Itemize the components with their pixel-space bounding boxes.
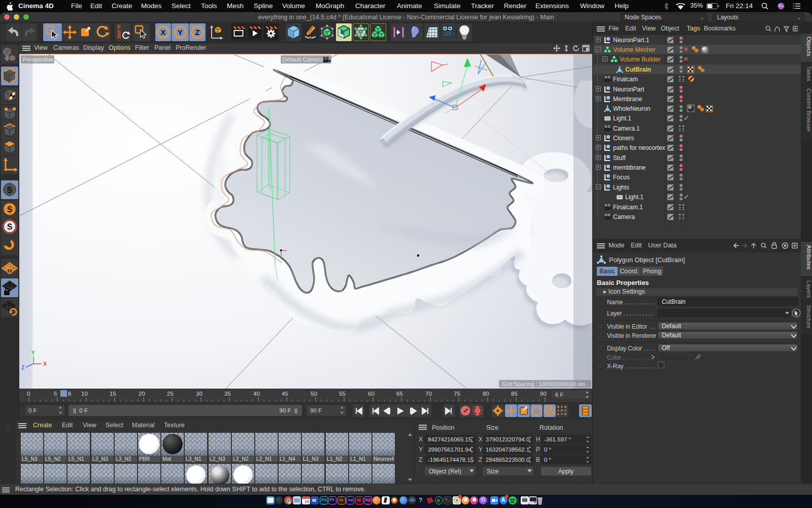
svg-text:0 °: 0 ° — [544, 447, 551, 453]
svg-text:Size: Size — [487, 468, 499, 475]
svg-text:H: H — [536, 436, 540, 443]
svg-text:0 °: 0 ° — [544, 457, 551, 463]
svg-text:P: P — [536, 446, 540, 453]
svg-text:P: P — [548, 407, 552, 415]
svg-text:B: B — [536, 456, 540, 463]
svg-text:6: 6 — [68, 391, 71, 397]
svg-text:379012320794.0: 379012320794.0 — [486, 436, 529, 442]
svg-text:Z: Z — [195, 28, 199, 37]
svg-text:50: 50 — [311, 391, 317, 397]
svg-text:X: X — [479, 436, 483, 443]
svg-text:60: 60 — [368, 391, 375, 397]
svg-text:Y: Y — [419, 446, 423, 453]
svg-text:Y: Y — [31, 350, 35, 356]
svg-text:S: S — [7, 185, 12, 195]
svg-text:20: 20 — [139, 391, 145, 397]
svg-text:90 F ||: 90 F || — [280, 407, 297, 414]
svg-text:Z: Z — [479, 456, 482, 463]
svg-text:Position: Position — [432, 424, 455, 431]
svg-text:Perspective: Perspective — [23, 56, 53, 62]
svg-text:X: X — [160, 28, 165, 37]
svg-text:0 F: 0 F — [28, 407, 37, 414]
svg-text:X: X — [43, 361, 47, 367]
svg-text:Z: Z — [419, 456, 422, 463]
svg-text:Apply: Apply — [558, 468, 573, 475]
svg-text:Default Camera: Default Camera — [283, 56, 324, 62]
svg-text:25: 25 — [167, 391, 174, 397]
svg-text:85: 85 — [511, 391, 518, 397]
svg-text:80: 80 — [483, 391, 489, 397]
svg-text:|| 0 F: || 0 F — [73, 407, 88, 414]
svg-text:90: 90 — [540, 391, 547, 397]
svg-text:Y: Y — [479, 446, 483, 453]
svg-text:X: X — [419, 436, 423, 443]
svg-text:75: 75 — [454, 391, 460, 397]
svg-text:-19645174478.15: -19645174478.15 — [428, 457, 473, 463]
svg-text:Rotation: Rotation — [539, 424, 563, 431]
svg-text:45: 45 — [282, 391, 288, 397]
svg-text:39907561701.94: 39907561701.94 — [428, 447, 472, 453]
svg-text:163204738562.1: 163204738562.1 — [486, 447, 529, 453]
svg-text:Object (Rel): Object (Rel) — [429, 468, 461, 475]
svg-text:65: 65 — [396, 391, 403, 397]
svg-text:0: 0 — [27, 391, 30, 397]
svg-text:R: R — [117, 34, 121, 40]
svg-text:Grid Spacing : 100000000000 nm: Grid Spacing : 100000000000 nm — [502, 381, 586, 387]
svg-text:Z: Z — [21, 364, 25, 370]
svg-text:84274216065.15: 84274216065.15 — [428, 436, 471, 442]
svg-text:Y: Y — [178, 28, 183, 37]
svg-text:55: 55 — [339, 391, 346, 397]
svg-text:-361.597 °: -361.597 ° — [544, 436, 571, 442]
svg-text:40: 40 — [253, 391, 260, 397]
svg-text:284865223500.0: 284865223500.0 — [486, 457, 529, 463]
svg-text:35: 35 — [224, 391, 231, 397]
svg-text:30: 30 — [196, 391, 202, 397]
svg-text:6 F: 6 F — [555, 392, 564, 398]
svg-text:15: 15 — [110, 391, 116, 397]
svg-text:10: 10 — [81, 391, 88, 397]
svg-text:70: 70 — [425, 391, 432, 397]
svg-text:5: 5 — [54, 391, 57, 397]
svg-text:S: S — [7, 205, 13, 214]
svg-text:Size: Size — [486, 424, 498, 431]
svg-text:S: S — [7, 223, 13, 231]
svg-text:90 F: 90 F — [310, 407, 322, 414]
